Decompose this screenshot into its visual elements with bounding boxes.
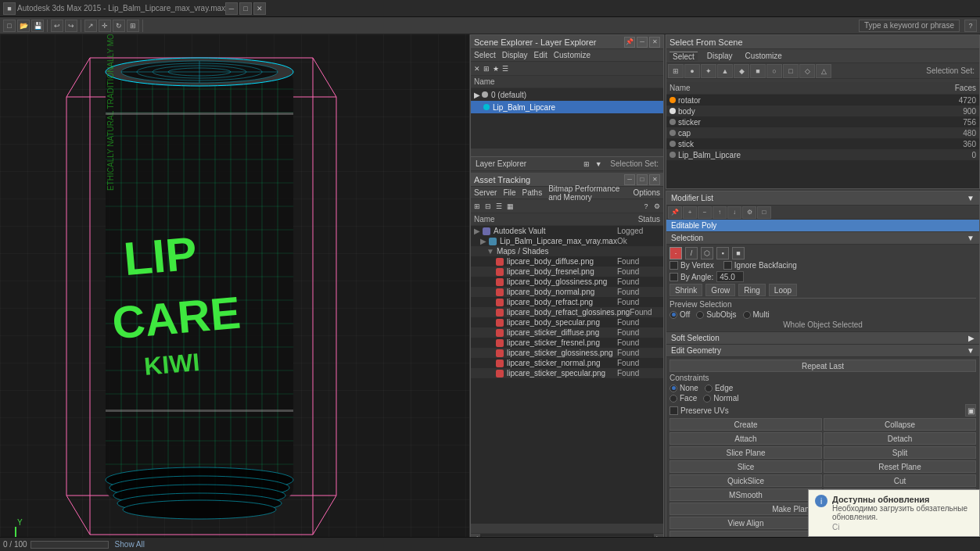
save-btn[interactable]: 💾: [31, 20, 44, 32]
move-btn[interactable]: ✛: [99, 20, 111, 32]
face-icon[interactable]: ▪: [716, 247, 729, 259]
preserve-uvs-cb[interactable]: [669, 406, 678, 415]
table-row-lipbalm[interactable]: Lip_Balm_Lipcare 0: [666, 149, 979, 160]
asset-row-diffuse[interactable]: lipcare_body_diffuse.png Found: [471, 256, 663, 267]
toolbar-icon-3[interactable]: ★: [491, 64, 501, 73]
menu-customize[interactable]: Customize: [554, 51, 591, 59]
toolbar-icon-2[interactable]: ⊞: [482, 64, 491, 73]
tab-select[interactable]: Select: [669, 52, 698, 61]
asset-menu-paths[interactable]: Paths: [522, 188, 543, 197]
tab-display[interactable]: Display: [704, 52, 736, 60]
menu-select[interactable]: Select: [474, 51, 496, 59]
asset-menu-options[interactable]: Options: [634, 188, 660, 197]
asset-row-sticker-diffuse[interactable]: lipcare_sticker_diffuse.png Found: [471, 327, 663, 338]
asset-minimize-btn[interactable]: ─: [624, 174, 635, 185]
mod-btn-add[interactable]: +: [683, 206, 697, 219]
soft-selection-header[interactable]: Soft Selection ▶: [666, 332, 979, 345]
edit-geometry-header[interactable]: Edit Geometry ▼: [666, 345, 979, 357]
ignore-backfacing-cb[interactable]: [723, 261, 732, 270]
search-box[interactable]: Type a keyword or phrase: [859, 20, 960, 32]
table-row-stick[interactable]: stick 360: [666, 138, 979, 149]
reset-plane-btn[interactable]: Reset Plane: [824, 460, 976, 473]
asset-row-vault[interactable]: ▶ Autodesk Vault Logged: [471, 226, 663, 236]
show-all-btn[interactable]: Show All: [115, 540, 145, 549]
selection-section-header[interactable]: Selection ▼: [666, 232, 979, 245]
scene-btn-1[interactable]: ⊞: [668, 64, 684, 78]
asset-row-normal[interactable]: lipcare_body_normal.png Found: [471, 287, 663, 297]
constraint-normal-radio[interactable]: [703, 395, 711, 403]
slice-btn[interactable]: Slice: [669, 460, 822, 473]
asset-close-btn[interactable]: ✕: [649, 174, 660, 185]
element-icon[interactable]: ■: [732, 247, 745, 259]
asset-row-maxfile[interactable]: ▶ Lip_Balm_Lipcare_max_vray.max Ok: [471, 236, 663, 246]
cut-btn[interactable]: Cut: [824, 474, 976, 487]
panel-pin-btn[interactable]: 📌: [624, 37, 635, 48]
asset-row-specular[interactable]: lipcare_body_specular.png Found: [471, 317, 663, 327]
vertex-icon[interactable]: ·: [669, 247, 682, 259]
menu-edit[interactable]: Edit: [534, 51, 547, 59]
loop-btn[interactable]: Loop: [769, 284, 797, 296]
table-row-rotator[interactable]: rotator 4720: [666, 95, 979, 106]
ring-btn[interactable]: Ring: [738, 284, 766, 296]
layer-icon-1[interactable]: ⊞: [582, 159, 591, 169]
scene-btn-8[interactable]: □: [783, 64, 799, 78]
help-btn[interactable]: ?: [964, 20, 977, 32]
detach-btn[interactable]: Detach: [824, 432, 976, 445]
asset-row-sticker-fresnel[interactable]: lipcare_sticker_fresnel.png Found: [471, 338, 663, 348]
mod-btn-remove[interactable]: −: [698, 206, 712, 219]
new-btn[interactable]: □: [3, 20, 16, 32]
by-angle-spinner[interactable]: 45.0: [716, 271, 744, 282]
asset-tb-settings[interactable]: ⚙: [652, 202, 662, 211]
mod-btn-down[interactable]: ↓: [727, 206, 741, 219]
scale-btn[interactable]: ⊞: [127, 20, 139, 32]
panel-minimize-btn[interactable]: ─: [637, 37, 648, 48]
msmooth-btn[interactable]: MSmooth: [669, 488, 822, 501]
asset-maximize-btn[interactable]: □: [637, 174, 648, 185]
toolbar-icon-4[interactable]: ☰: [501, 64, 510, 73]
panel-close-btn[interactable]: ✕: [649, 37, 660, 48]
scene-btn-10[interactable]: △: [816, 64, 831, 78]
redo-btn[interactable]: ↪: [65, 20, 77, 32]
scene-btn-3[interactable]: ✦: [701, 64, 716, 78]
layer-icon-2[interactable]: ▼: [594, 159, 603, 169]
asset-tb-2[interactable]: ⊟: [483, 202, 493, 211]
asset-menu-server[interactable]: Server: [474, 188, 497, 197]
asset-tb-3[interactable]: ☰: [494, 202, 504, 211]
tree-item-default[interactable]: ▶ 0 (default): [471, 88, 663, 101]
repeat-last-btn[interactable]: Repeat Last: [669, 360, 976, 372]
scene-btn-5[interactable]: ◆: [734, 64, 749, 78]
split-btn[interactable]: Split: [824, 446, 976, 459]
app-icon[interactable]: ■: [3, 2, 16, 15]
view-align-btn[interactable]: View Align: [669, 517, 822, 529]
by-angle-cb[interactable]: [669, 273, 678, 281]
scene-btn-2[interactable]: ●: [684, 64, 700, 78]
mod-btn-copy[interactable]: □: [757, 206, 771, 219]
viewport-3d[interactable]: [+] [Perspective] [Realistic + Edged Fac…: [0, 34, 469, 537]
asset-tb-1[interactable]: ⊞: [472, 202, 482, 211]
mod-btn-up[interactable]: ↑: [713, 206, 727, 219]
constraint-none-radio[interactable]: [669, 385, 677, 392]
constraint-edge-radio[interactable]: [705, 385, 713, 392]
shrink-btn[interactable]: Shrink: [669, 284, 702, 296]
edge-icon[interactable]: /: [685, 247, 698, 259]
table-row-sticker[interactable]: sticker 756: [666, 116, 979, 127]
tree-item-lipbalm[interactable]: Lip_Balm_Lipcare: [471, 101, 663, 113]
asset-tb-4[interactable]: ▦: [505, 202, 515, 211]
preview-subobj-radio[interactable]: [696, 311, 704, 319]
constraint-face-radio[interactable]: [669, 395, 677, 403]
preview-multi-radio[interactable]: [743, 311, 751, 319]
maximize-btn[interactable]: □: [239, 2, 252, 15]
close-btn[interactable]: ✕: [253, 2, 266, 15]
asset-row-fresnel[interactable]: lipcare_body_fresnel.png Found: [471, 267, 663, 277]
mod-btn-config[interactable]: ⚙: [742, 206, 756, 219]
asset-row-refract-gloss[interactable]: lipcare_body_refract_glossines.png Found: [471, 307, 663, 317]
open-btn[interactable]: 📂: [17, 20, 30, 32]
border-icon[interactable]: ⬡: [701, 247, 713, 259]
attach-btn[interactable]: Attach: [669, 432, 822, 445]
table-row-cap[interactable]: cap 480: [666, 127, 979, 138]
preserve-uvs-options-btn[interactable]: ▣: [965, 404, 976, 417]
toolbar-icon-1[interactable]: ✕: [472, 64, 482, 73]
asset-row-sticker-specular[interactable]: lipcare_sticker_specular.png Found: [471, 368, 663, 378]
create-btn[interactable]: Create: [669, 418, 822, 431]
preview-off-radio[interactable]: [669, 311, 677, 319]
